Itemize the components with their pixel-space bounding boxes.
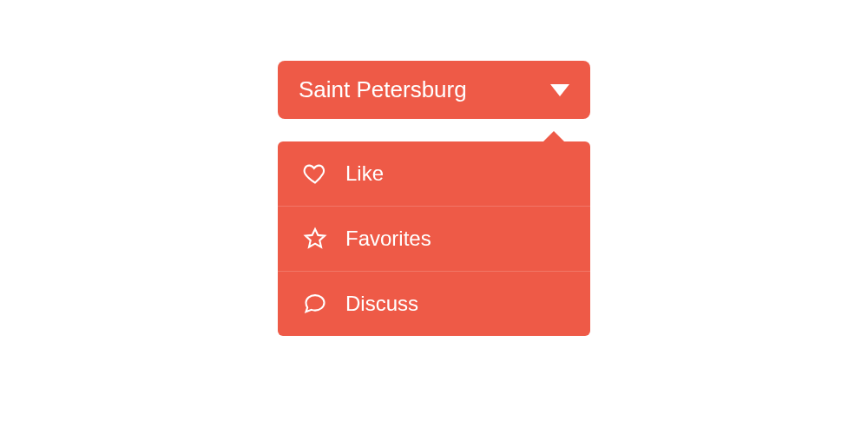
dropdown-menu: Like Favorites Discuss [278,141,590,336]
dropdown-item-label: Favorites [345,227,431,251]
heart-icon [302,161,328,187]
selected-location-label: Saint Petersburg [299,76,467,103]
dropdown-item-favorites[interactable]: Favorites [278,207,590,272]
location-select[interactable]: Saint Petersburg [278,61,590,119]
dropdown-item-like[interactable]: Like [278,141,590,207]
star-icon [302,226,328,252]
chevron-down-icon [550,84,569,96]
dropdown-item-discuss[interactable]: Discuss [278,272,590,336]
speech-bubble-icon [302,291,328,317]
dropdown-item-label: Like [345,161,384,186]
dropdown-item-label: Discuss [345,292,418,316]
